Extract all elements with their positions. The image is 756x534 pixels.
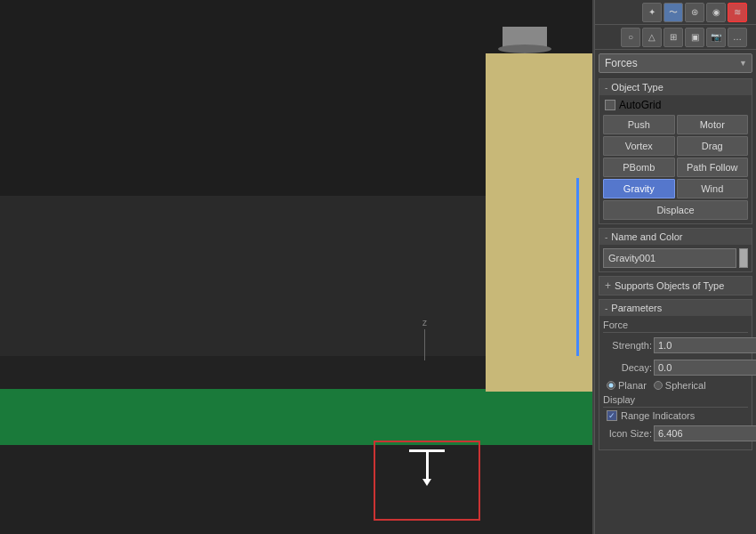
gravity-object (374, 441, 480, 521)
object-type-buttons: Push Motor Vortex Drag PBomb Path Follow… (603, 115, 748, 220)
spherical-radio[interactable] (654, 381, 663, 390)
strength-label: Strength: (603, 340, 652, 351)
supports-toggle: + (605, 279, 611, 292)
decay-label: Decay: (603, 362, 652, 373)
toolbar-icon-camera[interactable]: ◉ (706, 3, 726, 22)
supports-header[interactable]: + Supports Objects of Type (599, 277, 752, 295)
params-content: Force Strength: ▲▼ Decay: ▲▼ (599, 316, 752, 449)
strength-row: Strength: ▲▼ (603, 336, 748, 355)
icon-camera2[interactable]: 📷 (706, 28, 726, 47)
icon-square[interactable]: ▣ (685, 28, 704, 47)
wind-button[interactable]: Wind (677, 179, 749, 198)
name-color-toggle: - (605, 232, 607, 242)
parameters-label: Parameters (611, 303, 662, 313)
blue-line (576, 178, 579, 356)
gravity-symbol (409, 449, 445, 486)
vortex-button[interactable]: Vortex (603, 136, 675, 156)
supports-label: Supports Objects of Type (615, 280, 724, 291)
top-obj-box (503, 27, 547, 49)
viewport: z (0, 0, 592, 534)
gravity-button[interactable]: Gravity (603, 179, 675, 198)
top-toolbar: ✦ 〜 ⊛ ◉ ≋ (595, 0, 756, 25)
icon-circle[interactable]: ○ (621, 28, 640, 47)
object-type-toggle: - (605, 83, 607, 93)
decay-input[interactable] (654, 360, 756, 376)
display-section: Display ✓ Range Indicators Icon Size: ▲▼ (603, 394, 748, 443)
toolbar-icon-physics[interactable]: ≋ (728, 3, 747, 22)
icon-size-label: Icon Size: (603, 428, 652, 439)
right-panel: ✦ 〜 ⊛ ◉ ≋ ○ △ ⊞ ▣ 📷 … Forces Deflectors … (594, 0, 756, 534)
name-color-header[interactable]: - Name and Color (599, 229, 752, 245)
top-obj-disc (498, 44, 551, 53)
toolbar-icon-dots[interactable]: ⊛ (685, 3, 704, 22)
icon-size-row: Icon Size: ▲▼ (603, 424, 748, 443)
pbomb-button[interactable]: PBomb (603, 158, 675, 177)
icon-size-input[interactable] (654, 425, 756, 441)
z-axis-line (424, 329, 425, 360)
icon-grid[interactable]: ⊞ (664, 28, 683, 47)
parameters-section: - Parameters Force Strength: ▲▼ Decay: ▲… (599, 299, 752, 450)
parameters-toggle: - (605, 303, 607, 313)
green-plane (0, 389, 592, 445)
name-color-content (599, 245, 752, 271)
pathfollow-button[interactable]: Path Follow (677, 158, 749, 177)
forces-select[interactable]: Forces Deflectors Particle Systems Fluid (599, 53, 752, 73)
object-type-section: - Object Type AutoGrid Push Motor Vortex… (599, 78, 752, 224)
name-input[interactable] (603, 248, 736, 268)
spherical-radio-item[interactable]: Spherical (654, 380, 706, 391)
object-type-header[interactable]: - Object Type (599, 79, 752, 95)
icon-triangle[interactable]: △ (642, 28, 662, 47)
object-type-content: AutoGrid Push Motor Vortex Drag PBomb Pa… (599, 95, 752, 223)
planar-label: Planar (618, 380, 647, 391)
spherical-label: Spherical (665, 380, 706, 391)
second-toolbar: ○ △ ⊞ ▣ 📷 … (595, 25, 756, 50)
strength-input[interactable] (654, 337, 756, 353)
autogrid-label: AutoGrid (619, 99, 661, 111)
force-label: Force (603, 320, 748, 333)
planar-radio[interactable] (607, 381, 615, 390)
push-button[interactable]: Push (603, 115, 675, 134)
icon-more[interactable]: … (728, 28, 747, 47)
name-color-section: - Name and Color (599, 228, 752, 272)
range-checkbox[interactable]: ✓ (607, 410, 617, 421)
range-row: ✓ Range Indicators (603, 410, 748, 421)
display-label: Display (603, 394, 748, 408)
parameters-header[interactable]: - Parameters (599, 300, 752, 316)
planar-radio-item[interactable]: Planar (607, 380, 647, 391)
name-color-label: Name and Color (611, 231, 682, 242)
forces-dropdown[interactable]: Forces Deflectors Particle Systems Fluid (599, 53, 752, 73)
top-object (498, 27, 551, 62)
decay-row: Decay: ▲▼ (603, 358, 748, 377)
autogrid-checkbox[interactable] (605, 100, 615, 110)
object-type-label: Object Type (611, 82, 664, 93)
z-axis-area: z (422, 318, 427, 360)
displace-button[interactable]: Displace (603, 200, 748, 220)
motor-button[interactable]: Motor (677, 115, 749, 134)
drag-button[interactable]: Drag (677, 136, 749, 156)
toolbar-icon-star[interactable]: ✦ (642, 3, 662, 22)
autogrid-row: AutoGrid (603, 99, 748, 111)
radio-row: Planar Spherical (603, 380, 748, 391)
toolbar-icon-wave[interactable]: 〜 (664, 3, 683, 22)
color-swatch[interactable] (739, 248, 748, 268)
range-label: Range Indicators (621, 410, 695, 421)
z-axis-label: z (422, 318, 427, 328)
supports-objects-section: + Supports Objects of Type (599, 276, 752, 295)
